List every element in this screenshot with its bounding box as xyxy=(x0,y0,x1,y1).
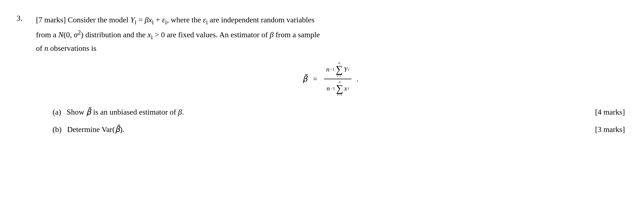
part-b-marks: [3 marks] xyxy=(595,123,625,136)
intro-text-2: from a N(0, σ2) distribution and the xi … xyxy=(36,30,320,39)
sum-denominator: n ∑ i=1 xyxy=(336,80,343,97)
denominator: n−1 n ∑ i=1 xi xyxy=(324,79,351,98)
numerator: n−1 n ∑ i=1 Yi xyxy=(324,60,351,79)
equals-sign: = xyxy=(313,75,317,83)
part-b: (b) Determine Var(β̃). [3 marks] xyxy=(53,123,625,136)
part-a-text: Show β̃ is an unbiased estimator of β. xyxy=(67,106,590,118)
problem-intro: [7 marks] Consider the model Yi = βxi + … xyxy=(36,14,625,55)
problem-statement: 3. [7 marks] Consider the model Yi = βxi… xyxy=(17,14,625,141)
marks-badge: [7 marks] xyxy=(36,15,66,24)
formula-block: β̃ = n−1 n ∑ i=1 Yi xyxy=(36,60,625,98)
formula-wrapper: β̃ = n−1 n ∑ i=1 Yi xyxy=(303,60,358,98)
problem-container: 3. [7 marks] Consider the model Yi = βxi… xyxy=(17,14,625,149)
problem-number: 3. xyxy=(17,14,36,141)
part-b-text: Determine Var(β̃). xyxy=(67,123,590,136)
intro-text-3: of n observations is xyxy=(36,44,97,52)
beta-tilde-lhs: β̃ xyxy=(303,74,307,83)
period: . xyxy=(356,75,358,83)
sum-numerator: n ∑ i=1 xyxy=(336,61,343,78)
parts-list: (a) Show β̃ is an unbiased estimator of … xyxy=(36,106,625,136)
part-a-label: (a) xyxy=(53,106,61,118)
number-label: 3. xyxy=(17,14,22,22)
part-b-label: (b) xyxy=(53,123,62,136)
part-a: (a) Show β̃ is an unbiased estimator of … xyxy=(53,106,625,118)
problem-text: [7 marks] Consider the model Yi = βxi + … xyxy=(36,14,625,141)
part-a-marks: [4 marks] xyxy=(595,106,625,118)
main-fraction: n−1 n ∑ i=1 Yi n−1 n xyxy=(324,60,351,98)
intro-text-1: Consider the model Yi = βxi + εi, where … xyxy=(68,15,314,24)
